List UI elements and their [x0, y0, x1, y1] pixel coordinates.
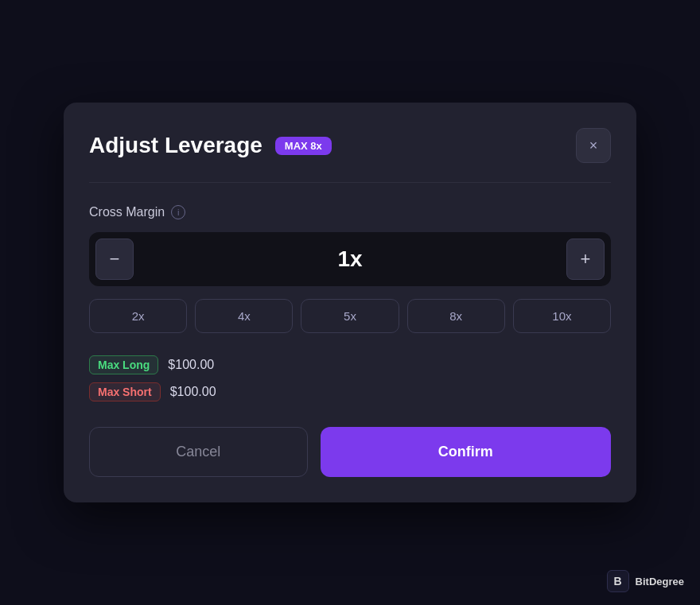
minus-icon: −: [110, 249, 120, 270]
header-divider: [89, 182, 611, 183]
max-values-section: Max Long $100.00 Max Short $100.00: [89, 355, 611, 401]
leverage-display: 1x: [140, 246, 560, 272]
modal-header: Adjust Leverage MAX 8x ×: [89, 128, 611, 163]
max-short-label: Max Short: [89, 382, 161, 401]
cancel-button[interactable]: Cancel: [89, 427, 308, 477]
close-icon: ×: [589, 138, 598, 154]
watermark: B BitDegree: [607, 570, 684, 592]
max-short-value: $100.00: [170, 385, 216, 399]
confirm-button[interactable]: Confirm: [321, 427, 612, 477]
preset-8x[interactable]: 8x: [407, 299, 505, 333]
preset-buttons-row: 2x 4x 5x 8x 10x: [89, 299, 611, 333]
max-short-row: Max Short $100.00: [89, 382, 611, 401]
max-long-label: Max Long: [89, 355, 158, 374]
preset-5x[interactable]: 5x: [301, 299, 399, 333]
plus-icon: +: [581, 249, 591, 270]
title-group: Adjust Leverage MAX 8x: [89, 133, 332, 158]
action-buttons: Cancel Confirm: [89, 427, 611, 477]
leverage-input-row: − 1x +: [89, 232, 611, 286]
brand-logo: B: [607, 570, 629, 592]
modal-dialog: Adjust Leverage MAX 8x × Cross Margin i …: [64, 103, 636, 502]
preset-10x[interactable]: 10x: [513, 299, 611, 333]
max-badge: MAX 8x: [275, 137, 332, 155]
close-button[interactable]: ×: [576, 128, 611, 163]
section-label-text: Cross Margin: [89, 205, 165, 219]
preset-4x[interactable]: 4x: [195, 299, 293, 333]
increment-button[interactable]: +: [566, 239, 605, 280]
decrement-button[interactable]: −: [95, 239, 134, 280]
section-label-row: Cross Margin i: [89, 205, 611, 219]
max-long-row: Max Long $100.00: [89, 355, 611, 374]
max-long-value: $100.00: [168, 358, 214, 372]
info-icon[interactable]: i: [171, 205, 185, 219]
preset-2x[interactable]: 2x: [89, 299, 187, 333]
brand-name: BitDegree: [636, 576, 684, 588]
modal-title: Adjust Leverage: [89, 133, 262, 158]
